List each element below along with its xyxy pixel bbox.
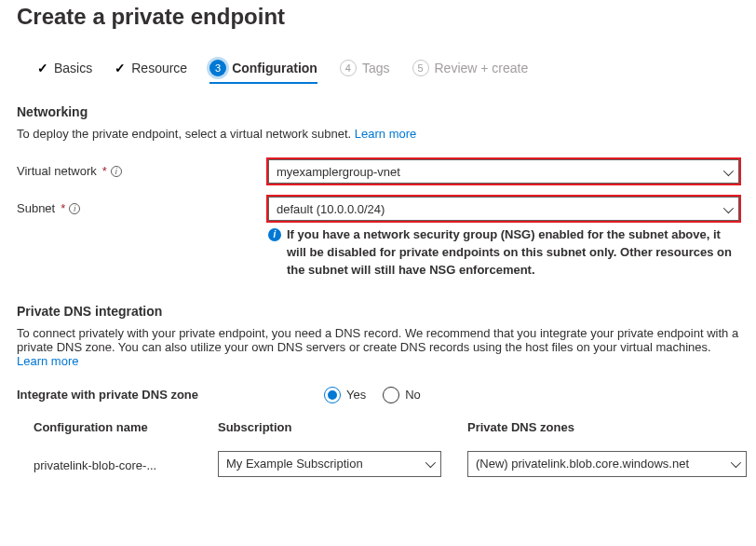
subnet-dropdown[interactable]: default (10.0.0.0/24) <box>268 197 739 221</box>
nsg-info-banner: If you have a network security group (NS… <box>268 226 739 280</box>
subscription-value: My Example Subscription <box>226 457 363 471</box>
step-review-label: Review + create <box>435 61 529 75</box>
step-review-create[interactable]: 5 Review + create <box>412 60 529 84</box>
step-configuration-label: Configuration <box>232 61 317 75</box>
dns-zone-table: Configuration name Subscription Private … <box>34 420 739 485</box>
wizard-steps: Basics Resource 3 Configuration 4 Tags 5… <box>37 60 739 84</box>
dns-desc-text: To connect privately with your private e… <box>17 326 738 354</box>
step-tags-label: Tags <box>362 61 390 75</box>
step-configuration[interactable]: 3 Configuration <box>209 60 317 84</box>
integrate-dns-yes[interactable]: Yes <box>324 387 366 403</box>
step-resource-label: Resource <box>131 61 187 75</box>
dns-learn-more-link[interactable]: Learn more <box>17 354 78 368</box>
subnet-value: default (10.0.0.0/24) <box>277 202 385 216</box>
step-number: 5 <box>412 60 429 76</box>
radio-no-label: No <box>405 388 421 402</box>
virtual-network-value: myexamplergroup-vnet <box>277 165 400 179</box>
networking-heading: Networking <box>17 104 739 119</box>
nsg-info-text: If you have a network security group (NS… <box>287 226 739 280</box>
chevron-down-icon <box>731 457 738 471</box>
info-icon[interactable] <box>111 166 122 177</box>
config-name-value: privatelink-blob-core-... <box>34 455 192 472</box>
subnet-label: Subnet * <box>17 197 268 215</box>
subscription-dropdown[interactable]: My Example Subscription <box>218 451 441 477</box>
integrate-dns-no[interactable]: No <box>383 387 421 403</box>
page-title: Create a private endpoint <box>17 4 739 30</box>
integrate-dns-label: Integrate with private DNS zone <box>17 388 268 402</box>
private-dns-zone-value: (New) privatelink.blob.core.windows.net <box>476 457 689 471</box>
integrate-dns-radio-group: Yes No <box>324 387 739 403</box>
step-number: 3 <box>209 60 226 76</box>
integrate-dns-row: Integrate with private DNS zone Yes No <box>17 387 739 403</box>
virtual-network-row: Virtual network * myexamplergroup-vnet <box>17 159 739 184</box>
chevron-down-icon <box>723 202 731 216</box>
required-indicator: * <box>61 201 65 215</box>
radio-yes-label: Yes <box>346 388 366 402</box>
networking-desc-text: To deploy the private endpoint, select a… <box>17 127 355 141</box>
step-basics-label: Basics <box>54 61 92 75</box>
col-config-name: Configuration name <box>34 420 192 434</box>
chevron-down-icon <box>723 165 731 179</box>
col-private-dns-zones: Private DNS zones <box>467 420 747 434</box>
step-resource[interactable]: Resource <box>115 61 187 83</box>
table-row: privatelink-blob-core-... My Example Sub… <box>34 444 739 485</box>
networking-learn-more-link[interactable]: Learn more <box>355 127 416 141</box>
dns-desc: To connect privately with your private e… <box>17 326 739 368</box>
virtual-network-label: Virtual network * <box>17 159 268 178</box>
subnet-row: Subnet * default (10.0.0.0/24) If you ha… <box>17 197 739 280</box>
chevron-down-icon <box>425 457 433 471</box>
step-tags[interactable]: 4 Tags <box>340 60 390 84</box>
private-dns-zone-dropdown[interactable]: (New) privatelink.blob.core.windows.net <box>467 451 747 477</box>
dns-table-header: Configuration name Subscription Private … <box>34 420 739 444</box>
virtual-network-dropdown[interactable]: myexamplergroup-vnet <box>268 159 739 184</box>
required-indicator: * <box>102 164 107 178</box>
check-icon <box>115 61 126 75</box>
networking-desc: To deploy the private endpoint, select a… <box>17 127 739 141</box>
dns-heading: Private DNS integration <box>17 304 739 319</box>
info-icon <box>268 228 281 241</box>
radio-icon <box>383 387 399 403</box>
radio-icon <box>324 387 341 403</box>
step-number: 4 <box>340 60 357 76</box>
step-basics[interactable]: Basics <box>37 61 92 83</box>
check-icon <box>37 61 48 75</box>
col-subscription: Subscription <box>218 420 441 434</box>
info-icon[interactable] <box>69 203 80 214</box>
